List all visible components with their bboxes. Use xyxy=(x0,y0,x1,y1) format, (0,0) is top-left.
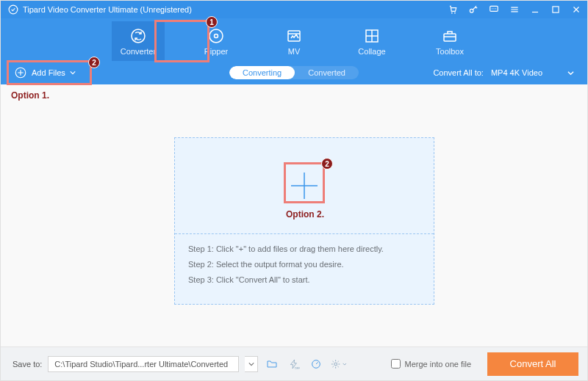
svg-point-3 xyxy=(470,9,473,12)
save-path-dropdown[interactable] xyxy=(245,356,258,372)
convert-all-to: Convert All to: MP4 4K Video xyxy=(433,68,574,77)
cart-icon[interactable] xyxy=(448,4,458,15)
svg-point-5 xyxy=(492,8,492,9)
plus-circle-icon xyxy=(14,66,27,79)
high-speed-button[interactable] xyxy=(308,356,324,372)
app-logo-icon xyxy=(8,4,18,15)
gear-icon xyxy=(330,358,341,370)
convert-all-button[interactable]: Convert All xyxy=(487,352,578,376)
toolbox-icon xyxy=(441,27,459,45)
open-folder-button[interactable] xyxy=(264,356,280,372)
svg-point-7 xyxy=(495,8,496,9)
convert-all-to-label: Convert All to: xyxy=(433,68,483,77)
hw-accel-button[interactable]: OFF xyxy=(286,356,302,372)
subtab-converting[interactable]: Converting xyxy=(229,66,295,79)
merge-checkbox-input[interactable] xyxy=(391,359,401,369)
save-to-label: Save to: xyxy=(12,360,42,369)
merge-label: Merge into one file xyxy=(405,360,472,369)
chevron-down-icon xyxy=(567,70,574,76)
key-icon[interactable] xyxy=(468,4,478,15)
tab-label: Collage xyxy=(358,47,385,56)
svg-point-11 xyxy=(215,34,218,37)
app-title: Tipard Video Converter Ultimate (Unregis… xyxy=(8,4,192,15)
svg-rect-12 xyxy=(288,31,300,41)
dropzone[interactable]: Step 1: Click "+" to add files or drag t… xyxy=(174,137,434,305)
dropzone-plus-area xyxy=(175,138,434,233)
merge-checkbox[interactable]: Merge into one file xyxy=(391,359,472,369)
instructions: Step 1: Click "+" to add files or drag t… xyxy=(175,233,434,295)
chevron-down-icon xyxy=(248,361,254,367)
chevron-down-icon xyxy=(343,362,347,366)
svg-text:OFF: OFF xyxy=(295,366,300,369)
minimize-icon[interactable] xyxy=(530,4,540,15)
tab-label: Toolbox xyxy=(436,47,464,56)
tab-converter[interactable]: Converter xyxy=(112,21,165,61)
svg-point-0 xyxy=(9,5,18,14)
converter-icon xyxy=(129,27,147,45)
svg-point-1 xyxy=(451,12,453,14)
svg-point-10 xyxy=(209,29,223,43)
ripper-icon xyxy=(207,27,225,45)
feedback-icon[interactable] xyxy=(489,4,499,15)
instruction-step: Step 3: Click "Convert All" to start. xyxy=(188,272,420,288)
svg-point-9 xyxy=(132,29,145,43)
svg-rect-14 xyxy=(444,34,456,41)
output-format-value: MP4 4K Video xyxy=(491,68,542,77)
main-tabs: Converter Ripper MV Collage Toolbox xyxy=(1,18,587,61)
instruction-step: Step 2: Select the output format you des… xyxy=(188,257,420,272)
svg-point-6 xyxy=(493,8,494,9)
close-icon[interactable] xyxy=(571,4,581,15)
output-format-select[interactable]: MP4 4K Video xyxy=(491,68,574,77)
svg-point-18 xyxy=(334,363,337,366)
app-title-text: Tipard Video Converter Ultimate (Unregis… xyxy=(23,5,192,14)
folder-icon xyxy=(266,358,278,370)
menu-icon[interactable] xyxy=(509,4,520,15)
sub-toolbar: Add Files Converting Converted Convert A… xyxy=(1,61,587,84)
add-plus-icon[interactable] xyxy=(290,171,319,200)
svg-point-2 xyxy=(454,12,456,14)
instruction-step: Step 1: Click "+" to add files or drag t… xyxy=(188,242,420,257)
system-icons xyxy=(448,4,581,15)
tab-label: Ripper xyxy=(204,47,228,56)
bolt-off-icon: OFF xyxy=(288,358,300,370)
annotation-label-option1: Option 1. xyxy=(11,90,49,101)
main-area: Step 1: Click "+" to add files or drag t… xyxy=(1,84,587,346)
tab-label: Converter xyxy=(121,47,156,56)
add-files-label: Add Files xyxy=(32,68,65,77)
subtab-converted[interactable]: Converted xyxy=(295,66,359,79)
tab-toolbox[interactable]: Toolbox xyxy=(423,21,476,61)
header: Tipard Video Converter Ultimate (Unregis… xyxy=(1,1,587,84)
maximize-icon[interactable] xyxy=(551,4,561,15)
tab-mv[interactable]: MV xyxy=(268,21,320,61)
status-subtabs: Converting Converted xyxy=(229,66,359,79)
save-path-field[interactable]: C:\Tipard Studio\Tipard...rter Ultimate\… xyxy=(48,356,239,372)
add-files-button[interactable]: Add Files xyxy=(8,64,82,81)
mv-icon xyxy=(285,27,303,45)
collage-icon xyxy=(363,27,381,45)
app-window: Tipard Video Converter Ultimate (Unregis… xyxy=(0,0,588,381)
svg-rect-8 xyxy=(553,7,559,12)
chevron-down-icon xyxy=(70,70,76,76)
footer-bar: Save to: C:\Tipard Studio\Tipard...rter … xyxy=(1,346,587,380)
speed-icon xyxy=(310,358,322,370)
tab-collage[interactable]: Collage xyxy=(345,21,398,61)
tab-ripper[interactable]: Ripper xyxy=(190,21,243,61)
settings-button[interactable] xyxy=(330,356,346,372)
titlebar: Tipard Video Converter Ultimate (Unregis… xyxy=(1,1,587,18)
tab-label: MV xyxy=(288,47,301,56)
